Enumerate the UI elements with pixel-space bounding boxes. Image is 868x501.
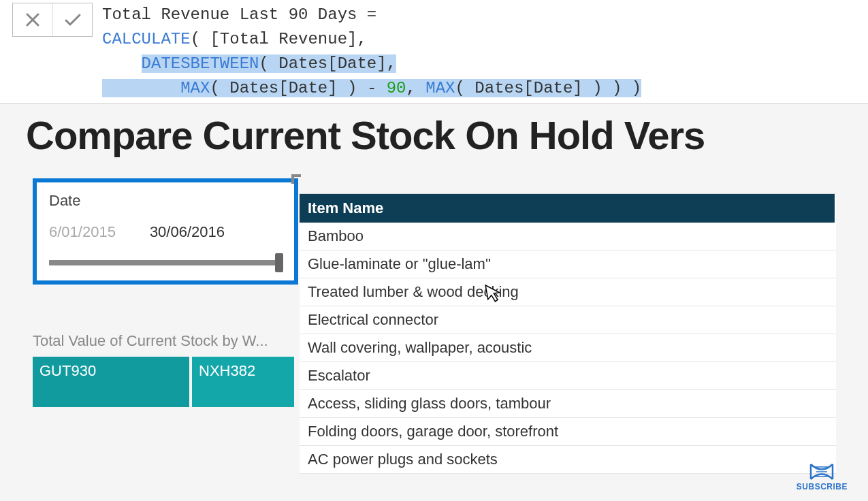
formula-line-1: Total Revenue Last 90 Days =	[102, 5, 376, 24]
formula-fn-datesbetween: DATESBETWEEN	[142, 54, 259, 73]
confirm-button[interactable]	[52, 3, 92, 36]
table-row[interactable]: Bamboo	[300, 223, 836, 251]
formula-line-4-mid: ( Dates[Date] ) -	[210, 79, 386, 97]
page-title: Compare Current Stock On Hold Vers	[0, 112, 868, 178]
formula-editor[interactable]: Total Revenue Last 90 Days = CALCULATE( …	[98, 0, 868, 103]
slicer-slider-handle[interactable]	[275, 253, 283, 272]
table-row[interactable]: Electrical connector	[300, 306, 836, 334]
slicer-end-date[interactable]: 30/06/2016	[150, 223, 225, 241]
table-header-item-name[interactable]: Item Name	[300, 194, 836, 223]
cancel-button[interactable]	[13, 3, 52, 36]
formula-fn-max-2: MAX	[425, 79, 455, 97]
formula-actions	[12, 3, 93, 37]
table-row[interactable]: Treated lumber & wood decking	[300, 278, 836, 306]
slicer-slider-track[interactable]	[49, 260, 282, 265]
table-row[interactable]: Glue-laminate or "glue-lam"	[300, 251, 836, 278]
date-slicer[interactable]: Date 6/01/2015 30/06/2016	[33, 178, 298, 285]
table-row[interactable]: Access, sliding glass doors, tambour	[300, 390, 836, 418]
dna-icon	[808, 463, 835, 481]
item-table[interactable]: Item Name Bamboo Glue-laminate or "glue-…	[300, 193, 836, 474]
formula-line-2-rest: ( [Total Revenue],	[191, 30, 367, 48]
treemap-tile[interactable]: GUT930	[33, 357, 189, 407]
formula-bar: Total Revenue Last 90 Days = CALCULATE( …	[0, 0, 868, 104]
formula-fn-calculate: CALCULATE	[102, 30, 191, 48]
formula-num-90: 90	[387, 79, 406, 97]
formula-line-4-end: ( Dates[Date] ) ) )	[455, 79, 642, 97]
table-row[interactable]: Escalator	[300, 362, 836, 390]
subscribe-badge[interactable]: SUBSCRIBE	[797, 463, 848, 491]
report-canvas: Compare Current Stock On Hold Vers Date …	[0, 104, 868, 474]
slicer-start-date[interactable]: 6/01/2015	[49, 223, 116, 241]
treemap-title: Total Value of Current Stock by W...	[33, 332, 285, 350]
subscribe-label: SUBSCRIBE	[797, 482, 848, 491]
table-row[interactable]: Folding doors, garage door, storefront	[300, 418, 836, 446]
formula-line-3-rest: ( Dates[Date],	[259, 54, 396, 73]
formula-fn-max-1: MAX	[180, 79, 210, 97]
treemap-visual[interactable]: Total Value of Current Stock by W... GUT…	[33, 332, 300, 407]
table-row[interactable]: AC power plugs and sockets	[300, 446, 836, 474]
formula-line-4-sep: ,	[406, 79, 426, 97]
treemap-tile[interactable]: NXH382	[192, 357, 294, 407]
table-row[interactable]: Wall covering, wallpaper, acoustic	[300, 334, 836, 362]
slicer-label: Date	[49, 192, 282, 210]
